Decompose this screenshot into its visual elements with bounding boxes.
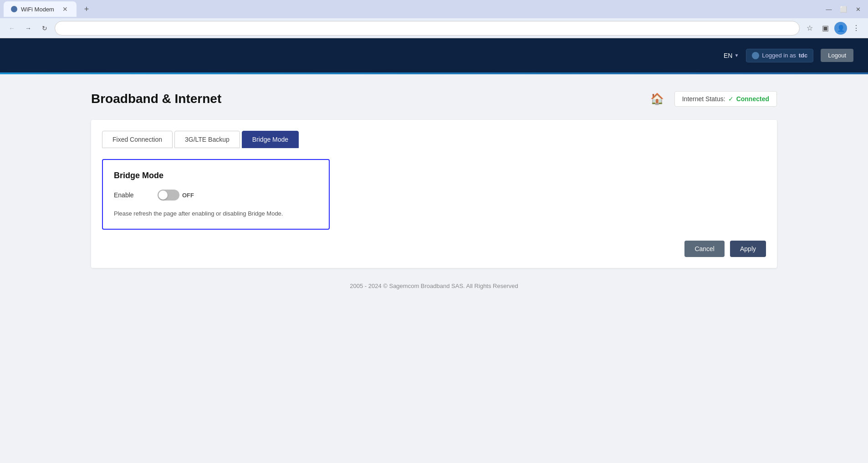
tab-lte-backup[interactable]: 3G/LTE Backup bbox=[174, 131, 240, 148]
browser-tab[interactable]: WiFi Modem ✕ bbox=[4, 1, 77, 17]
menu-button[interactable]: ⋮ bbox=[850, 22, 863, 35]
username-label: tdc bbox=[799, 52, 808, 59]
section-title: Bridge Mode bbox=[114, 171, 318, 180]
bookmark-button[interactable]: ☆ bbox=[803, 22, 816, 35]
language-selector[interactable]: EN ▼ bbox=[724, 52, 739, 59]
tab-fixed-connection[interactable]: Fixed Connection bbox=[102, 131, 173, 148]
bridge-mode-toggle[interactable]: OFF bbox=[158, 190, 194, 201]
new-tab-button[interactable]: + bbox=[80, 3, 93, 15]
app-header: EN ▼ Logged in as tdc Logout bbox=[0, 38, 868, 72]
back-button[interactable]: ← bbox=[5, 22, 18, 35]
toolbar-icons: ☆ ▣ 👤 ⋮ bbox=[803, 22, 863, 35]
apply-button[interactable]: Apply bbox=[730, 241, 766, 257]
home-button[interactable]: 🏠 bbox=[647, 89, 667, 109]
extensions-button[interactable]: ▣ bbox=[819, 22, 832, 35]
footer: 2005 - 2024 © Sagemcom Broadband SAS. Al… bbox=[91, 268, 777, 297]
internet-status-label: Internet Status: bbox=[682, 95, 725, 103]
enable-label: Enable bbox=[114, 191, 150, 199]
tabs-row: Fixed Connection 3G/LTE Backup Bridge Mo… bbox=[102, 131, 766, 148]
tab-favicon bbox=[11, 6, 17, 12]
forward-button[interactable]: → bbox=[22, 22, 35, 35]
toggle-track[interactable] bbox=[158, 190, 179, 201]
page-header: Broadband & Internet 🏠 Internet Status: … bbox=[91, 89, 777, 109]
browser-toolbar: ← → ↻ ☆ ▣ 👤 ⋮ bbox=[0, 18, 868, 38]
minimize-button[interactable]: — bbox=[822, 3, 835, 15]
connected-check-icon: ✓ bbox=[728, 95, 734, 103]
tab-title: WiFi Modem bbox=[21, 6, 54, 13]
page-title: Broadband & Internet bbox=[91, 92, 221, 106]
maximize-button[interactable]: ⬜ bbox=[837, 3, 850, 15]
address-bar[interactable] bbox=[55, 21, 800, 36]
tab-bridge-mode[interactable]: Bridge Mode bbox=[242, 131, 299, 148]
close-button[interactable]: ✕ bbox=[852, 3, 864, 15]
bridge-mode-info: Please refresh the page after enabling o… bbox=[114, 210, 318, 218]
user-icon bbox=[752, 52, 759, 59]
profile-button[interactable]: 👤 bbox=[834, 22, 847, 35]
page-content: Broadband & Internet 🏠 Internet Status: … bbox=[0, 74, 868, 463]
toggle-thumb bbox=[158, 190, 168, 200]
internet-status-value: Connected bbox=[736, 95, 769, 103]
tab-close-button[interactable]: ✕ bbox=[61, 5, 69, 13]
cancel-button[interactable]: Cancel bbox=[684, 241, 725, 257]
internet-status: Internet Status: ✓ Connected bbox=[674, 91, 777, 107]
bridge-mode-section: Bridge Mode Enable OFF Please refresh th… bbox=[102, 159, 330, 230]
browser-titlebar: WiFi Modem ✕ + — ⬜ ✕ bbox=[0, 0, 868, 18]
enable-field-row: Enable OFF bbox=[114, 190, 318, 201]
actions-row: Cancel Apply bbox=[102, 241, 766, 257]
logged-in-badge: Logged in as tdc bbox=[746, 49, 813, 62]
reload-button[interactable]: ↻ bbox=[38, 22, 51, 35]
window-controls: — ⬜ ✕ bbox=[822, 3, 864, 15]
logged-in-label: Logged in as bbox=[762, 52, 796, 59]
language-dropdown-icon: ▼ bbox=[734, 53, 739, 58]
logout-button[interactable]: Logout bbox=[821, 49, 853, 62]
copyright-text: 2005 - 2024 © Sagemcom Broadband SAS. Al… bbox=[350, 283, 518, 289]
language-label: EN bbox=[724, 52, 732, 59]
toggle-state-label: OFF bbox=[182, 192, 194, 199]
main-card: Fixed Connection 3G/LTE Backup Bridge Mo… bbox=[91, 120, 777, 268]
